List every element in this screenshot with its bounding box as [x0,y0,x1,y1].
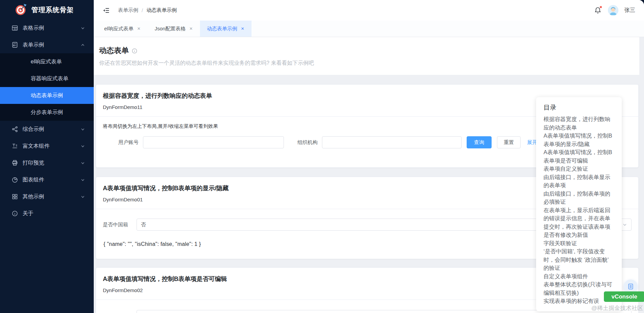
sidebar-item-label: 富文本组件 [23,143,81,150]
user-account-input[interactable] [143,136,284,148]
topbar-right: 张三 [594,5,635,16]
organization-input[interactable] [322,136,462,148]
sidebar-subitem-el-responsive-form[interactable]: el响应式表单 [0,53,94,70]
sidebar-item-label: 其他示例 [23,193,81,200]
notification-badge [599,6,602,8]
toc-item[interactable]: 由后端接口，控制表单显示的表单项 [544,173,614,190]
sidebar-item-label: 综合示例 [23,126,81,133]
info-icon[interactable] [132,48,137,54]
toc-document-icon [627,283,634,290]
chevron-up-icon [81,43,85,47]
page-title: 动态表单 [99,46,129,56]
chevron-down-icon [81,144,85,148]
breadcrumb-parent[interactable]: 表单示例 [118,7,138,13]
tab-close-icon[interactable]: ✕ [189,26,193,31]
username[interactable]: 张三 [624,7,635,14]
user-account-label: 用户账号 [103,136,139,148]
sidebar-submenu-form: el响应式表单 容器响应式表单 动态表单示例 分步表单示例 [0,53,94,121]
vconsole-button[interactable]: vConsole [604,291,644,302]
breadcrumb-current: 动态表单示例 [146,7,177,13]
chevron-down-icon [81,161,85,165]
tab-dynamic-form-demo[interactable]: 动态表单示例 ✕ [200,21,252,37]
sidebar-subitem-container-responsive-form[interactable]: 容器响应式表单 [0,70,94,87]
toc-item[interactable]: A表单项值填写情况，控制B表单项是否可编辑 [544,148,614,165]
target-logo-icon [14,3,27,16]
toc-item[interactable]: ‘是否中国籍’, 字段值改变时，会同时触发 ‘政治面貌’ 的验证 [544,247,614,272]
toc-item[interactable]: 根据容器宽度，进行列数响应的动态表单 [544,115,614,132]
toc-item[interactable]: 表单项自定义验证 [544,165,614,173]
tab-close-icon[interactable]: ✕ [137,26,141,31]
info-circle-icon [11,210,18,217]
sidebar-subitem-label: 分步表单示例 [31,109,63,116]
toc-item[interactable]: 在表单项上，显示后端返回的错误提示信息，并在表单提交时，再次验证该表单项是否有修… [544,206,614,239]
sidebar-item-other-demos[interactable]: 其他示例 [0,188,94,205]
app-logo: 管理系统骨架 [0,0,94,20]
sidebar-item-label: 表单示例 [23,41,81,49]
page-header: 动态表单 你还在苦思冥想如何开发一个灵活的动态表单组件来实现业务的需求吗? 来看… [94,37,639,75]
toc-item[interactable]: 字段关联验证 [544,239,614,248]
sidebar-item-print-preview[interactable]: 打印预览 [0,154,94,171]
sidebar-menu: 表格示例 表单示例 el响应式表单 容器响应式表单 动态表单示例 [0,20,94,222]
grid-squares-icon [11,193,18,200]
app-title: 管理系统骨架 [31,5,74,15]
sidebar-item-label: 表格示例 [23,25,81,32]
topbar: 表单示例 / 动态表单示例 [94,0,644,21]
sidebar-subitem-dynamic-form[interactable]: 动态表单示例 [0,87,94,104]
chevron-down-icon [81,178,85,182]
sidebar-item-form-demos[interactable]: 表单示例 [0,36,94,53]
sidebar-fold-icon[interactable] [103,7,110,14]
reset-button[interactable]: 重置 [497,136,521,148]
sidebar-subitem-label: 容器响应式表单 [31,75,68,82]
page-subtitle: 你还在苦思冥想如何开发一个灵活的动态表单组件来实现业务的需求吗? 来看看如下示例… [99,60,639,67]
toc-item[interactable]: A表单项值填写情况，控制B表单项的显示/隐藏 [544,132,614,148]
chevron-down-icon [81,127,85,132]
table-icon [11,25,18,31]
pie-chart-icon [11,176,18,183]
sidebar-item-richtext[interactable]: 富文本组件 [0,138,94,154]
search-button[interactable]: 查询 [467,136,492,148]
tab-label: el响应式表单 [104,26,134,32]
sidebar-item-label: 关于 [23,210,85,217]
toc-title: 目录 [544,103,614,112]
sidebar-subitem-label: el响应式表单 [31,58,62,65]
richtext-icon [11,143,18,149]
sidebar-subitem-step-form[interactable]: 分步表单示例 [0,104,94,121]
toc-item[interactable]: 由后端接口，控制表单项的必填验证 [544,190,614,206]
breadcrumb: 表单示例 / 动态表单示例 [118,7,177,13]
printer-icon [11,160,18,166]
chevron-down-icon [622,222,627,227]
sidebar-subitem-label: 动态表单示例 [31,92,63,99]
sidebar-item-charts[interactable]: 图表组件 [0,171,94,188]
tab-label: Json配置表格 [155,26,186,32]
avatar[interactable] [608,5,618,16]
organization-label: 组织机构 [284,136,318,148]
tab-label: 动态表单示例 [207,26,237,32]
tab-el-responsive-form[interactable]: el响应式表单 ✕ [97,21,148,37]
is-china-label: 是否中国籍 [103,310,133,313]
form-checklist-icon [11,41,18,48]
sidebar-item-about[interactable]: 关于 [0,205,94,222]
toc-panel: 目录 根据容器宽度，进行列数响应的动态表单 A表单项值填写情况，控制B表单项的显… [536,97,622,311]
tab-json-config-table[interactable]: Json配置表格 ✕ [148,21,200,37]
is-china-label: 是否中国籍 [103,219,133,231]
share-network-icon [11,126,18,133]
toc-item[interactable]: 自定义表单项组件 [544,272,614,281]
sidebar: 管理系统骨架 表格示例 表单示例 el响应式表单 [0,0,94,313]
sidebar-item-table-demos[interactable]: 表格示例 [0,20,94,36]
tab-close-icon[interactable]: ✕ [241,26,244,31]
notification-bell-icon[interactable] [594,6,602,15]
sidebar-item-label: 打印预览 [23,160,81,167]
app-root: 管理系统骨架 表格示例 表单示例 el响应式表单 [0,0,644,313]
sidebar-item-composite-demos[interactable]: 综合示例 [0,121,94,138]
sidebar-item-label: 图表组件 [23,176,81,183]
expand-link[interactable]: 展开 [527,139,537,146]
tabbar: el响应式表单 ✕ Json配置表格 ✕ 动态表单示例 ✕ [94,21,644,37]
chevron-down-icon [81,195,85,199]
chevron-down-icon [81,26,85,30]
breadcrumb-separator: / [142,7,143,13]
